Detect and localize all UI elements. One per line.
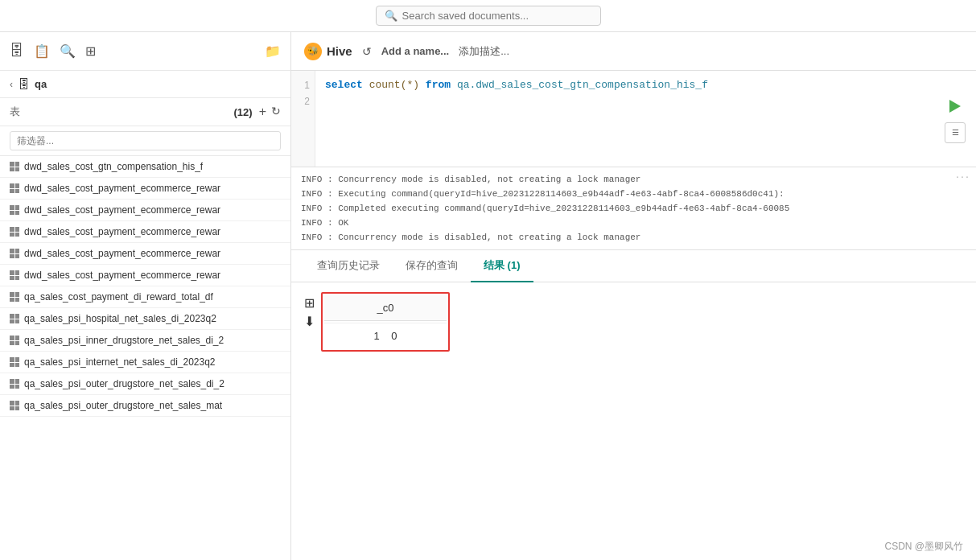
table-grid-icon [10,357,19,367]
search-icon: 🔍 [385,10,397,22]
database-icon[interactable]: 🗄 [10,43,24,60]
table-name: qa_sales_psi_hospital_net_sales_di_2023q… [24,313,216,324]
table-list-item[interactable]: dwd_sales_cost_gtn_compensation_his_f [0,156,290,178]
add-table-button[interactable]: + [259,105,266,119]
download-icon[interactable]: ⬇ [304,314,315,329]
log-entry: INFO : Concurrency mode is disabled, not… [301,230,966,245]
editor-content[interactable]: select count(*) from qa.dwd_sales_cost_g… [315,71,976,167]
table-list-item[interactable]: qa_sales_psi_outer_drugstore_net_sales_d… [0,373,290,395]
log-entry: INFO : Concurrency mode is disabled, not… [301,172,966,187]
editor-section: 1 2 select count(*) from qa.dwd_sales_co… [291,71,976,167]
sidebar: 🗄 📋 🔍 ⊞ 📁 ‹ 🗄 qa 表 (12) + ↻ [0,32,291,560]
run-button[interactable] [944,95,966,117]
tab-saved-queries[interactable]: 保存的查询 [393,250,471,282]
table-name: qa_sales_psi_outer_drugstore_net_sales_d… [24,378,224,389]
table-list-item[interactable]: dwd_sales_cost_payment_ecommerce_rewar [0,178,290,200]
table-grid-icon [10,314,19,323]
table-name: dwd_sales_cost_payment_ecommerce_rewar [24,270,220,281]
copy-icon[interactable]: 📋 [34,43,50,59]
table-name: qa_sales_psi_internet_net_sales_di_2023q… [24,356,216,368]
format-icon: ☰ [952,128,959,137]
table-list: dwd_sales_cost_gtn_compensation_his_f dw… [0,156,290,560]
result-column-header: _c0 [324,295,447,321]
sidebar-toolbar: 🗄 📋 🔍 ⊞ 📁 [0,32,290,71]
table-name: dwd_sales_cost_gtn_compensation_his_f [24,161,203,172]
hive-button[interactable]: 🐝 Hive [304,43,352,60]
tab-query-history[interactable]: 查询历史记录 [304,250,393,282]
tab-query-history-label: 查询历史记录 [317,259,380,271]
content-area: 🐝 Hive ↺ Add a name... 添加描述... 1 2 selec… [291,32,976,560]
tab-saved-queries-label: 保存的查询 [406,259,458,271]
watermark: CSDN @墨卿风竹 [884,540,963,554]
table-name: dwd_sales_cost_payment_ecommerce_rewar [24,248,220,259]
database-name: qa [35,78,47,90]
table-name: qa_sales_psi_inner_drugstore_net_sales_d… [24,335,224,346]
database-icon: 🗄 [18,77,30,91]
table-list-item[interactable]: qa_sales_psi_hospital_net_sales_di_2023q… [0,308,290,330]
row-num: 1 0 [324,323,447,348]
table-list-item[interactable]: dwd_sales_cost_payment_ecommerce_rewar [0,200,290,221]
table-list-item[interactable]: qa_sales_psi_outer_drugstore_net_sales_m… [0,395,290,417]
folder-icon[interactable]: 📁 [265,43,281,59]
table-grid-icon [10,336,19,345]
log-section: INFO : Concurrency mode is disabled, not… [291,167,976,250]
format-button[interactable]: ☰ [945,122,966,143]
table-grid-icon [10,292,19,302]
filter-box [0,126,290,156]
line-number-1: 1 [304,77,310,93]
tab-results-label: 结果 (1) [484,259,521,271]
tables-label: 表 [10,105,234,119]
log-entry: INFO : Executing command(queryId=hive_20… [301,187,966,201]
table-list-item[interactable]: qa_sales_psi_inner_drugstore_net_sales_d… [0,330,290,352]
result-table: _c0 1 0 [321,292,450,352]
table-list-item[interactable]: qa_sales_cost_payment_di_reward_total_df [0,286,290,308]
run-btn-area: ☰ [944,95,966,143]
table-row: 1 0 [324,323,447,348]
log-entry: INFO : OK [301,216,966,230]
add-desc-button[interactable]: 添加描述... [459,44,509,59]
search-box[interactable]: 🔍 [376,6,601,26]
log-entry: INFO : Completed executing command(query… [301,201,966,216]
table-grid-icon [10,162,19,171]
search-input[interactable] [402,10,592,22]
table-grid-icon [10,401,19,410]
add-name-button[interactable]: Add a name... [381,45,450,57]
line-number-2: 2 [304,93,310,109]
top-search-bar: 🔍 [0,0,976,32]
refresh-button[interactable]: ↻ [271,105,281,119]
back-chevron[interactable]: ‹ [10,79,13,90]
tables-count: (12) [234,106,253,118]
apps-icon[interactable]: ⊞ [85,43,96,59]
table-list-item[interactable]: qa_sales_psi_internet_net_sales_di_2023q… [0,352,290,373]
play-icon [949,100,961,113]
results-section: 查询历史记录 保存的查询 结果 (1) ⊞ ⬇ [291,250,976,560]
table-grid-icon [10,183,19,193]
table-list-item[interactable]: dwd_sales_cost_payment_ecommerce_rewar [0,265,290,286]
table-grid-icon [10,379,19,389]
search-icon[interactable]: 🔍 [60,43,76,59]
results-tabs: 查询历史记录 保存的查询 结果 (1) [291,250,976,282]
table-name: qa_sales_psi_outer_drugstore_net_sales_m… [24,400,222,411]
code-line-1: select count(*) from qa.dwd_sales_cost_g… [325,77,966,93]
filter-input[interactable] [10,131,281,150]
code-table-ref: qa.dwd_sales_cost_gtn_compensation_his_f [457,79,708,91]
table-name: dwd_sales_cost_payment_ecommerce_rewar [24,226,220,237]
table-name: qa_sales_cost_payment_di_reward_total_df [24,291,213,303]
breadcrumb: ‹ 🗄 qa [0,71,290,98]
hive-label: Hive [327,44,352,58]
grid-view-icon[interactable]: ⊞ [304,295,315,311]
log-dots: ··· [955,171,970,185]
table-list-item[interactable]: dwd_sales_cost_payment_ecommerce_rewar [0,243,290,265]
undo-button[interactable]: ↺ [362,45,372,58]
table-list-item[interactable]: dwd_sales_cost_payment_ecommerce_rewar [0,221,290,243]
code-line-2 [325,93,966,109]
table-grid-icon [10,205,19,215]
table-grid-icon [10,270,19,280]
keyword-select: select [325,79,363,91]
table-grid-icon [10,227,19,237]
tab-results[interactable]: 结果 (1) [471,250,533,282]
keyword-from: from [426,79,451,91]
results-content: ⊞ ⬇ _c0 1 0 [291,282,976,560]
table-name: dwd_sales_cost_payment_ecommerce_rewar [24,183,220,194]
table-name: dwd_sales_cost_payment_ecommerce_rewar [24,204,220,216]
